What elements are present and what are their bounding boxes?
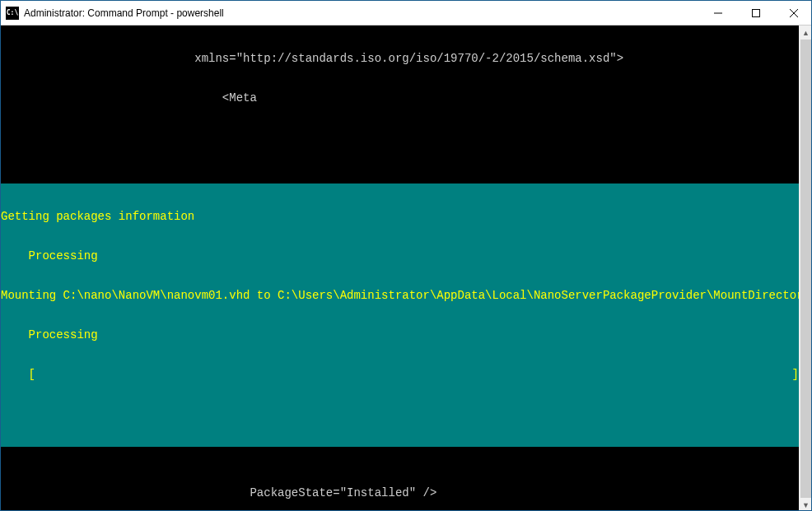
minimize-button[interactable] (699, 1, 737, 26)
close-button[interactable] (775, 1, 812, 26)
titlebar[interactable]: C:\ Administrator: Command Prompt - powe… (1, 1, 812, 26)
scroll-thumb[interactable] (800, 39, 811, 500)
progress-banner: Getting packages information Processing … (1, 183, 799, 447)
cmd-icon: C:\ (6, 7, 19, 20)
xml-line: xmlns="http://standards.iso.org/iso/1977… (1, 52, 799, 65)
maximize-icon (752, 9, 760, 17)
progress-bar-close: ] (792, 368, 799, 381)
window-controls (699, 1, 812, 26)
terminal-output[interactable]: xmlns="http://standards.iso.org/iso/1977… (1, 26, 799, 511)
progress-bar-fill (35, 368, 792, 381)
progress-status: Processing (1, 249, 799, 262)
xml-line: <Meta (1, 91, 799, 105)
progress-title: Getting packages information (1, 210, 799, 223)
scroll-up-button[interactable]: ▲ (799, 26, 812, 39)
command-prompt-window: C:\ Administrator: Command Prompt - powe… (1, 1, 812, 511)
svg-rect-1 (753, 9, 760, 16)
progress-bar-open: [ (1, 368, 35, 381)
scroll-down-button[interactable]: ▼ (799, 498, 812, 511)
maximize-button[interactable] (737, 1, 775, 26)
blank-line (1, 407, 799, 420)
progress-status: Processing (1, 328, 799, 341)
window-title: Administrator: Command Prompt - powershe… (24, 7, 699, 19)
blank-line (1, 131, 799, 144)
terminal-area: xmlns="http://standards.iso.org/iso/1977… (1, 26, 812, 511)
xml-line: PackageState="Installed" /> (1, 486, 799, 499)
progress-mount-line: Mounting C:\nano\NanoVM\nanovm01.vhd to … (1, 289, 799, 302)
vertical-scrollbar[interactable]: ▲ ▼ (799, 26, 812, 511)
minimize-icon (714, 9, 722, 17)
close-icon (790, 9, 798, 17)
progress-bar: [] (1, 368, 799, 381)
